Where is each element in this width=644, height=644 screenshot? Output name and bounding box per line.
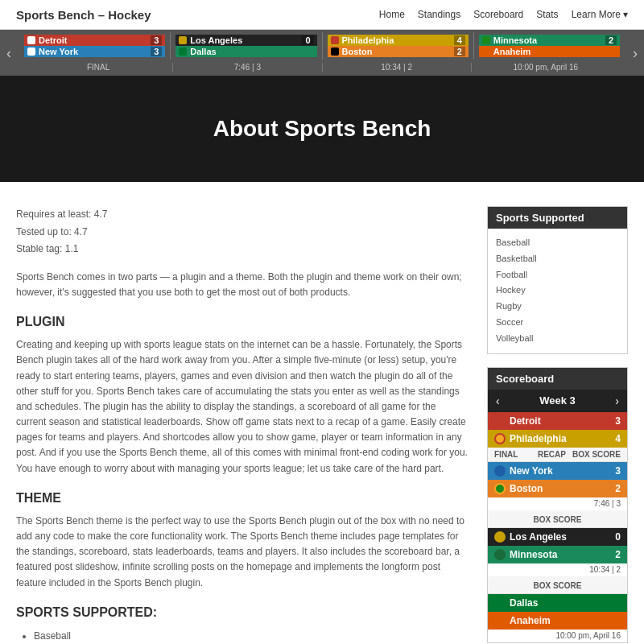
widget-game-3: Los Angeles 0 Minnesota 2 10:34 | 2 BOX … [488,528,627,594]
game2-time: 7:46 | 3 [488,497,627,510]
sports-list: Baseball Basketball Football Hockey Socc… [16,628,468,644]
supported-sport-5: Soccer [496,315,619,331]
bar-team-detroit: Detroit [27,35,67,45]
intro-text: Sports Bench comes in two parts — a plug… [16,270,468,300]
week-label: Week 3 [539,394,576,407]
widget-game1-footer: FINAL RECAP BOX SCORE [488,448,627,461]
widget-row-philly: Philadelphia 4 [488,430,627,448]
week-prev-button[interactable]: ‹ [496,394,500,407]
widget-row-boston: Boston 2 [488,480,627,497]
bar-score-la: 0 [302,35,313,45]
scoreboard-next-button[interactable]: › [626,44,644,61]
bar-team-anaheim: Anaheim [482,47,530,56]
widget-row-dallas: Dallas [488,594,627,612]
scoreboard-widget: Scoreboard ‹ Week 3 › Detroit 3 [487,367,628,643]
bar-score-minnesota: 2 [605,35,617,45]
scoreboard-widget-title: Scoreboard [488,368,627,390]
widget-row-anaheim: Anaheim [488,612,627,630]
nav-menu: Home Standings Scoreboard Stats Learn Mo… [379,9,628,20]
plugin-text: Creating and keeping up with sports leag… [16,337,468,477]
boxscore-link-2[interactable]: BOX SCORE [533,515,581,524]
site-title: Sports Bench – Hockey [16,8,151,22]
supported-sport-1: Basketball [496,251,619,267]
boston-icon [494,483,506,494]
widget-philly-score: 4 [615,433,621,444]
boxscore-link-1[interactable]: BOX SCORE [572,450,621,459]
supported-sport-6: Volleyball [496,331,619,347]
widget-game-2: New York 3 Boston 2 7:46 | 3 BOX SCORE [488,462,627,528]
bar-status-1: FINAL [24,63,173,72]
widget-game3-links: BOX SCORE [488,576,627,593]
week-next-button[interactable]: › [615,394,619,407]
widget-minnesota-score: 2 [615,549,621,560]
philly-icon [494,433,506,444]
supported-sport-0: Baseball [496,235,619,251]
widget-row-la: Los Angeles 0 [488,528,627,546]
sports-heading: SPORTS SUPPORTED: [16,605,468,620]
chevron-down-icon: ▾ [623,9,628,20]
bar-game-3: Philadelphia 4 Boston 2 [323,32,474,60]
nav-learn-more[interactable]: Learn More ▾ [572,9,628,20]
page-title: About Sports Bench [16,116,628,142]
supported-sport-3: Hockey [496,283,619,299]
bar-team-newyork: New York [27,47,78,56]
scoreboard-bar: ‹ Detroit 3 New York 3 [0,30,644,76]
boxscore-link-3[interactable]: BOX SCORE [533,581,581,590]
sports-supported-body: Baseball Basketball Football Hockey Rugb… [488,229,627,353]
bar-team-dallas: Dallas [179,47,216,56]
bar-score-philly: 4 [454,35,465,45]
minnesota-icon [494,549,506,560]
widget-row-detroit: Detroit 3 [488,412,627,430]
bar-score-detroit: 3 [151,35,162,45]
site-header: Sports Bench – Hockey Home Standings Sco… [0,0,644,30]
anaheim-icon [494,615,506,626]
widget-row-minnesota: Minnesota 2 [488,546,627,564]
game4-time: 10:00 pm, April 16 [488,630,627,642]
nav-home[interactable]: Home [379,9,405,20]
recap-link[interactable]: RECAP [538,450,566,459]
bar-team-philly: Philadelphia [331,35,394,45]
nav-standings[interactable]: Standings [418,9,460,20]
sport-item-0: Baseball [34,628,468,644]
scoreboard-prev-button[interactable]: ‹ [0,44,18,61]
main-content: Requires at least: 4.7 Tested up to: 4.7… [0,182,644,644]
theme-text: The Sports Bench theme is the perfect wa… [16,514,468,591]
widget-detroit-score: 3 [615,415,621,427]
week-nav: ‹ Week 3 › [488,390,627,412]
meta-stable: Stable tag: 1.1 [16,241,468,258]
widget-game-1: Detroit 3 Philadelphia 4 FINAL RECAP BOX [488,412,627,462]
bar-game-1: Detroit 3 New York 3 [19,32,171,60]
meta-info: Requires at least: 4.7 Tested up to: 4.7… [16,206,468,258]
nav-stats[interactable]: Stats [536,9,558,20]
detroit-icon [494,415,506,427]
la-icon [494,531,506,543]
widget-row-ny: New York 3 [488,462,627,480]
nav-scoreboard[interactable]: Scoreboard [473,9,523,20]
bar-game-2: Los Angeles 0 Dallas [171,32,322,60]
dallas-icon [494,597,506,609]
ny-icon [494,465,506,477]
widget-la-score: 0 [615,531,621,543]
widget-game2-links: BOX SCORE [488,510,627,527]
meta-tested: Tested up to: 4.7 [16,224,468,242]
bar-score-boston: 2 [454,47,465,56]
game3-time: 10:34 | 2 [488,564,627,576]
bar-status-2: 7:46 | 3 [173,63,322,72]
bar-team-minnesota: Minnesota [482,35,537,45]
hero-section: About Sports Bench [0,76,644,182]
sports-supported-title: Sports Supported [488,207,627,229]
theme-heading: THEME [16,491,468,506]
bar-score-newyork: 3 [151,47,162,56]
content-right: Sports Supported Baseball Basketball Foo… [487,206,628,644]
bar-status-3: 10:34 | 2 [323,63,472,72]
plugin-heading: PLUGIN [16,315,468,329]
widget-ny-score: 3 [615,465,621,477]
widget-boston-score: 2 [615,483,621,494]
bar-game-4: Minnesota 2 Anaheim [474,32,625,60]
content-left: Requires at least: 4.7 Tested up to: 4.7… [16,206,468,644]
supported-sport-2: Football [496,267,619,283]
widget-game1-links: RECAP BOX SCORE [538,450,621,459]
sports-supported-box: Sports Supported Baseball Basketball Foo… [487,206,628,354]
game1-final-label: FINAL [494,450,518,459]
meta-requires: Requires at least: 4.7 [16,206,468,224]
